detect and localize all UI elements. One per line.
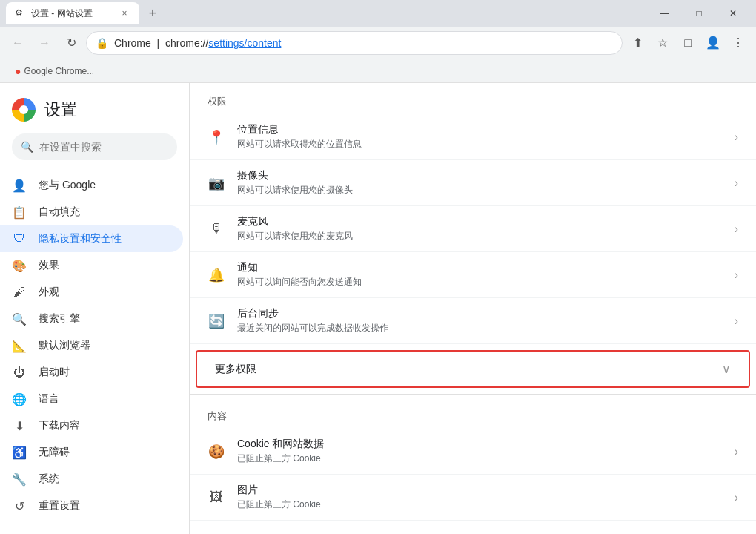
nav-label-appearance: 效果 (39, 259, 59, 272)
tab-title: 设置 - 网站设置 (31, 7, 93, 20)
more-permissions-item[interactable]: 更多权限 ∨ (196, 350, 750, 388)
content-items-list: 🍪 Cookie 和网站数据 已阻止第三方 Cookie › 🖼 图片 已阻止第… (190, 429, 756, 521)
nav-icon-download: ⬇ (12, 418, 27, 433)
chrome-favicon: ● (15, 65, 21, 77)
perm-desc-background-sync: 最近关闭的网站可以完成数据收发操作 (237, 322, 723, 334)
nav-icon-language: 🌐 (12, 392, 27, 406)
nav-label-privacy: 隐私设置和安全性 (39, 232, 122, 245)
nav-label-startup: 启动时 (39, 366, 70, 379)
security-icon: 🔒 (96, 37, 108, 49)
nav-label-search: 搜索引擎 (39, 312, 80, 326)
permission-item-microphone[interactable]: 🎙 麦克风 网站可以请求使用您的麦克风 › (190, 206, 756, 252)
bookmark-item-google-chrome[interactable]: ● Google Chrome... (9, 62, 100, 80)
content-icon-cookies: 🍪 (208, 443, 225, 461)
perm-title-camera: 摄像头 (237, 169, 723, 182)
back-button[interactable]: ← (6, 31, 30, 55)
sidebar-item-browser[interactable]: 📐 默认浏览器 (0, 332, 183, 359)
forward-button[interactable]: → (33, 31, 56, 55)
perm-title-notification: 通知 (237, 261, 723, 274)
content-title-cookies: Cookie 和网站数据 (237, 438, 723, 451)
content-item-images[interactable]: 🖼 图片 已阻止第三方 Cookie › (190, 475, 756, 521)
sidebar-item-reset[interactable]: ↺ 重置设置 (0, 492, 183, 519)
perm-icon-location: 📍 (208, 128, 225, 146)
content-desc-images: 已阻止第三方 Cookie (237, 498, 723, 511)
sidebar: 设置 🔍 👤 您与 Google 📋 自动填充 🛡 隐私设置和安全性 🎨 效果 … (0, 83, 190, 534)
perm-text-microphone: 麦克风 网站可以请求使用您的麦克风 (237, 215, 723, 243)
nav-icon-accessibility: ♿ (12, 445, 27, 460)
perm-icon-background-sync: 🔄 (208, 312, 225, 330)
sidebar-item-theme[interactable]: 🖌 外观 (0, 279, 183, 306)
permissions-list: 📍 位置信息 网站可以请求取得您的位置信息 › 📷 摄像头 网站可以请求使用您的… (190, 114, 756, 344)
chrome-logo (12, 98, 36, 122)
perm-text-location: 位置信息 网站可以请求取得您的位置信息 (237, 123, 723, 151)
nav-icon-google: 👤 (12, 178, 27, 193)
perm-desc-location: 网站可以请求取得您的位置信息 (237, 138, 723, 151)
nav-icon-system: 🔧 (12, 472, 27, 487)
maximize-button[interactable]: □ (682, 0, 716, 27)
sidebar-item-language[interactable]: 🌐 语言 (0, 386, 183, 412)
nav-label-theme: 外观 (39, 286, 59, 299)
sidebar-item-search[interactable]: 🔍 搜索引擎 (0, 306, 183, 332)
sidebar-nav: 👤 您与 Google 📋 自动填充 🛡 隐私设置和安全性 🎨 效果 🖌 外观 … (0, 172, 189, 519)
nav-icon-appearance: 🎨 (12, 258, 27, 273)
new-tab-button[interactable]: + (142, 3, 163, 24)
nav-icon-theme: 🖌 (12, 285, 27, 300)
minimize-button[interactable]: — (648, 0, 682, 27)
sidebar-header: 设置 (0, 83, 189, 134)
sidebar-item-appearance[interactable]: 🎨 效果 (0, 252, 183, 279)
search-box[interactable]: 🔍 (12, 134, 177, 160)
perm-chevron-camera: › (735, 177, 738, 190)
nav-label-google: 您与 Google (39, 179, 96, 192)
perm-text-background-sync: 后台同步 最近关闭的网站可以完成数据收发操作 (237, 307, 723, 334)
search-input[interactable] (39, 141, 168, 153)
permission-item-notification[interactable]: 🔔 通知 网站可以询问能否向您发送通知 › (190, 252, 756, 298)
permission-item-camera[interactable]: 📷 摄像头 网站可以请求使用您的摄像头 › (190, 160, 756, 206)
active-tab[interactable]: ⚙ 设置 - 网站设置 × (6, 2, 139, 24)
nav-label-reset: 重置设置 (39, 499, 80, 512)
nav-actions: ⬆ ☆ □ 👤 ⋮ (626, 31, 750, 55)
content-chevron-cookies: › (735, 445, 738, 458)
perm-chevron-background-sync: › (735, 314, 738, 328)
sidebar-item-autofill[interactable]: 📋 自动填充 (0, 199, 183, 225)
permission-item-location[interactable]: 📍 位置信息 网站可以请求取得您的位置信息 › (190, 114, 756, 160)
nav-icon-reset: ↺ (12, 498, 27, 513)
bookmarks-bar: ● Google Chrome... (0, 59, 756, 83)
profile-button[interactable]: 👤 (701, 31, 725, 55)
bookmark-label: Google Chrome... (24, 66, 94, 76)
close-button[interactable]: ✕ (716, 0, 750, 27)
perm-title-microphone: 麦克风 (237, 215, 723, 228)
nav-icon-browser: 📐 (12, 338, 27, 353)
nav-icon-startup: ⏻ (12, 365, 27, 380)
more-permissions-chevron: ∨ (722, 362, 731, 376)
nav-icon-search: 🔍 (12, 312, 27, 326)
content-text-images: 图片 已阻止第三方 Cookie (237, 484, 723, 511)
perm-desc-camera: 网站可以请求使用您的摄像头 (237, 184, 723, 197)
content-title-images: 图片 (237, 484, 723, 497)
share-button[interactable]: ⬆ (626, 31, 649, 55)
sidebar-item-google[interactable]: 👤 您与 Google (0, 172, 183, 199)
tab-close-button[interactable]: × (119, 7, 130, 19)
sidebar-item-download[interactable]: ⬇ 下载内容 (0, 412, 183, 439)
sidebar-item-accessibility[interactable]: ♿ 无障碍 (0, 439, 183, 466)
nav-icon-autofill: 📋 (12, 205, 27, 220)
section-divider (190, 394, 756, 395)
url-display: Chrome | chrome://settings/content (114, 37, 281, 49)
extensions-button[interactable]: □ (676, 31, 700, 55)
more-permissions-label: 更多权限 (215, 363, 722, 376)
perm-chevron-location: › (735, 131, 738, 144)
sidebar-item-system[interactable]: 🔧 系统 (0, 466, 183, 492)
sidebar-title: 设置 (44, 99, 77, 121)
reload-button[interactable]: ↻ (59, 31, 83, 55)
sidebar-item-privacy[interactable]: 🛡 隐私设置和安全性 (0, 225, 183, 252)
address-bar[interactable]: 🔒 Chrome | chrome://settings/content (86, 31, 623, 55)
content-icon-images: 🖼 (208, 489, 225, 507)
perm-desc-microphone: 网站可以请求使用您的麦克风 (237, 230, 723, 243)
bookmark-button[interactable]: ☆ (651, 31, 674, 55)
content-chevron-images: › (735, 491, 738, 504)
titlebar: ⚙ 设置 - 网站设置 × + — □ ✕ (0, 0, 756, 27)
menu-button[interactable]: ⋮ (726, 31, 750, 55)
permission-item-background-sync[interactable]: 🔄 后台同步 最近关闭的网站可以完成数据收发操作 › (190, 298, 756, 344)
perm-icon-notification: 🔔 (208, 266, 225, 284)
sidebar-item-startup[interactable]: ⏻ 启动时 (0, 359, 183, 386)
content-item-cookies[interactable]: 🍪 Cookie 和网站数据 已阻止第三方 Cookie › (190, 429, 756, 475)
